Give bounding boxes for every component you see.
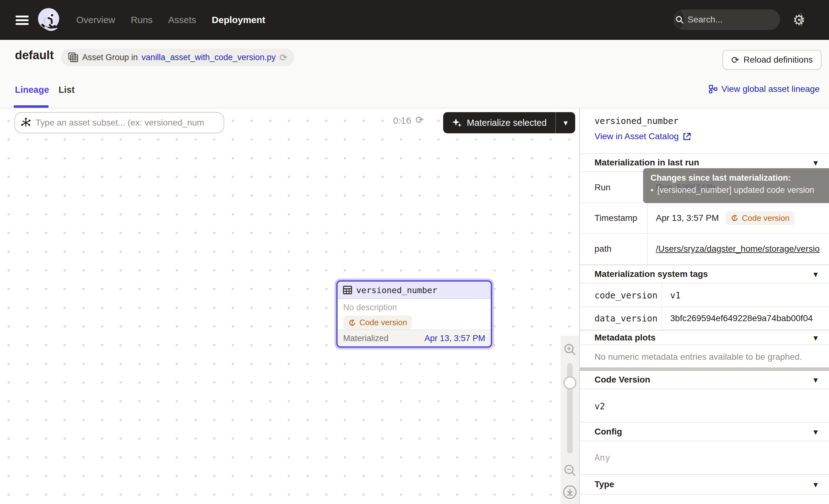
global-search[interactable]: / (674, 9, 780, 30)
global-lineage-label: View global asset lineage (722, 84, 820, 94)
code-version-value: v1 (662, 284, 829, 307)
changes-tooltip: Changes since last materialization: • [v… (643, 168, 829, 203)
table-icon (343, 285, 353, 295)
lineage-graph-icon (709, 84, 718, 94)
refresh-timer: 0:16 (393, 115, 411, 126)
page-title: default (15, 48, 54, 62)
path-row-label: path (580, 233, 648, 264)
top-navbar: Overview Runs Assets Deployment / ⚙ (0, 0, 829, 40)
nav-item-runs[interactable]: Runs (131, 15, 153, 25)
data-version-value: 3bfc269594ef649228e9a74bab00f04 (662, 307, 829, 330)
timestamp-row-value: Apr 13, 3:57 PM Code version (648, 203, 829, 233)
materialized-status-label: Materialized (343, 334, 389, 343)
chevron-down-icon[interactable]: ▾ (814, 269, 818, 279)
timestamp-row-label: Timestamp (580, 203, 648, 233)
reload-definitions-label: Reload definitions (743, 55, 813, 65)
zoom-in-icon[interactable] (563, 343, 577, 356)
code-version-key: code_version (580, 284, 662, 307)
asset-group-file-link[interactable]: vanilla_asset_with_code_version.py (142, 52, 276, 62)
bullet-icon: • (651, 185, 653, 195)
nav-item-deployment[interactable]: Deployment (212, 15, 265, 25)
sparkle-icon (452, 117, 463, 128)
nav-item-assets[interactable]: Assets (168, 15, 196, 25)
tooltip-title: Changes since last materialization: (651, 173, 829, 183)
download-image-icon[interactable] (563, 485, 577, 500)
chevron-down-icon[interactable]: ▾ (814, 375, 818, 385)
nav-item-overview[interactable]: Overview (76, 15, 115, 25)
tooltip-item-text: [versioned_number] updated code version (657, 185, 814, 195)
section-type[interactable]: Type ▾ (580, 474, 829, 495)
table-row-path: path /Users/sryza/dagster_home/storage/v… (580, 233, 829, 265)
table-row-data-version-tag: data_version 3bfc269594ef649228e9a74bab0… (580, 307, 829, 330)
catalog-link-label: View in Asset Catalog (594, 132, 679, 141)
materialize-label: Materialize selected (467, 118, 546, 128)
code-version-badge-label: Code version (742, 213, 789, 223)
chip-refresh-icon[interactable]: ⟳ (279, 52, 287, 63)
timestamp-value: Apr 13, 3:57 PM (656, 213, 719, 223)
materialize-selected-button[interactable]: Materialize selected ▾ (443, 112, 575, 133)
asset-node-name: versioned_number (356, 285, 437, 295)
section-label: Materialization system tags (594, 269, 708, 279)
asset-node-versioned-number[interactable]: versioned_number No description Code ver… (336, 280, 492, 348)
op-selector-icon (21, 117, 31, 128)
section-code-version[interactable]: Code Version ▾ (580, 371, 829, 389)
tooltip-item: • [versioned_number] updated code versio… (651, 185, 829, 195)
chevron-down-icon[interactable]: ▾ (814, 157, 818, 168)
external-link-icon (682, 132, 691, 141)
zoom-out-icon[interactable] (563, 464, 577, 477)
active-tab-underline (14, 105, 48, 108)
code-version-badge-label: Code version (359, 318, 407, 327)
view-in-asset-catalog-link[interactable]: View in Asset Catalog (594, 132, 691, 141)
reload-icon: ⟳ (731, 55, 739, 65)
section-metadata-plots[interactable]: Metadata plots ▾ (580, 330, 829, 345)
dagster-logo[interactable] (36, 7, 62, 33)
section-materialization-system-tags[interactable]: Materialization system tags ▾ (580, 265, 829, 284)
page-header: default Asset Group in vanilla_asset_wit… (0, 40, 829, 75)
panel-splitter[interactable] (580, 367, 829, 371)
asset-group-chip: Asset Group in vanilla_asset_with_code_v… (61, 48, 294, 66)
code-version-section-value: v2 (594, 401, 605, 411)
search-input[interactable] (688, 15, 800, 25)
hamburger-menu-icon[interactable] (15, 15, 29, 25)
config-section-value: Any (594, 453, 610, 463)
lineage-canvas[interactable]: 0:16 ⟳ Materialize selected ▾ (0, 108, 580, 504)
asset-group-chip-text: Asset Group in (82, 52, 138, 62)
table-row-code-version-tag: code_version v1 (580, 284, 829, 307)
view-global-asset-lineage-link[interactable]: View global asset lineage (709, 84, 820, 94)
code-version-changed-icon (348, 319, 356, 327)
section-label: Code Version (594, 375, 650, 385)
section-config[interactable]: Config ▾ (580, 422, 829, 441)
section-label: Metadata plots (594, 333, 655, 343)
run-row-label: Run (580, 173, 648, 203)
asset-node-description: No description (337, 299, 491, 313)
zoom-slider-handle[interactable] (563, 376, 576, 389)
tab-lineage[interactable]: Lineage (15, 85, 49, 95)
section-label: Type (594, 479, 614, 489)
zoom-controls (561, 336, 579, 504)
tab-list[interactable]: List (59, 85, 75, 95)
canvas-refresh-icon[interactable]: ⟳ (416, 114, 424, 126)
chevron-down-icon[interactable]: ▾ (814, 333, 818, 343)
search-icon (675, 11, 684, 28)
chevron-down-icon[interactable]: ▾ (814, 427, 818, 437)
asset-subset-input[interactable] (36, 118, 218, 128)
materialize-dropdown-caret[interactable]: ▾ (555, 112, 575, 133)
asset-node-header: versioned_number (337, 282, 491, 299)
data-version-key: data_version (580, 307, 662, 330)
metadata-plots-empty-message: No numeric metadata entries available to… (594, 352, 802, 362)
gear-icon[interactable]: ⚙ (793, 11, 805, 29)
code-version-badge[interactable]: Code version (726, 211, 794, 225)
section-label: Config (594, 427, 622, 437)
asset-subset-filter[interactable] (14, 112, 224, 133)
chevron-down-icon[interactable]: ▾ (814, 479, 818, 490)
reload-definitions-button[interactable]: ⟳ Reload definitions (722, 50, 822, 70)
materialized-timestamp[interactable]: Apr 13, 3:57 PM (425, 334, 485, 343)
dagster-asset-lineage-page: Overview Runs Assets Deployment / ⚙ defa… (0, 0, 829, 504)
path-link[interactable]: /Users/sryza/dagster_home/storage/versio (656, 244, 820, 254)
asset-group-icon (68, 52, 78, 63)
panel-asset-name: versioned_number (594, 116, 679, 126)
section-label: Materialization in last run (594, 157, 699, 168)
code-version-badge[interactable]: Code version (343, 316, 412, 330)
primary-nav: Overview Runs Assets Deployment (76, 0, 265, 40)
view-tabs: Lineage List View global asset lineage (0, 75, 829, 108)
